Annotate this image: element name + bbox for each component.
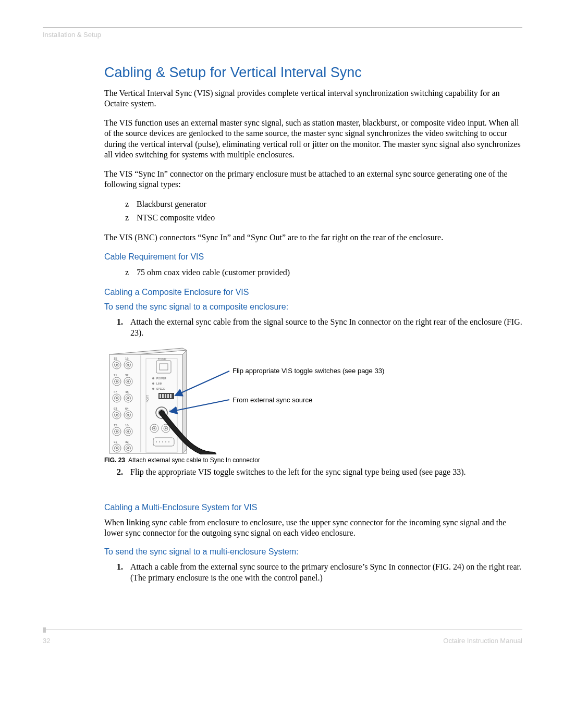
svg-point-10	[127, 364, 129, 366]
svg-rect-63	[160, 394, 161, 398]
bullet: z	[125, 212, 137, 224]
svg-point-85	[168, 441, 169, 442]
figure-caption-text: Attach external sync cable to Sync In co…	[128, 456, 260, 464]
svg-text:16: 16	[125, 424, 129, 427]
svg-text:TCP/IP: TCP/IP	[158, 357, 167, 361]
svg-point-46	[116, 447, 118, 449]
svg-point-60	[152, 388, 154, 390]
svg-text:LINK: LINK	[156, 382, 163, 385]
svg-point-14	[116, 380, 118, 382]
svg-rect-67	[170, 394, 172, 398]
step-text: Attach the external sync cable from the …	[130, 317, 522, 339]
composite-step-2: 2. Flip the appropriate VIS toggle switc…	[117, 467, 522, 478]
heading-multi-task: To send the sync signal to a multi-enclo…	[104, 547, 522, 557]
figure-caption: FIG. 23 Attach external sync cable to Sy…	[104, 456, 522, 464]
list-item: z Blackburst generator	[125, 199, 522, 210]
paragraph-multi: When linking sync cable from enclosure t…	[104, 517, 522, 539]
paragraph-bnc: The VIS (BNC) connectors “Sync In” and “…	[104, 232, 522, 243]
figure-label: FIG. 23	[104, 456, 125, 464]
step-number: 1.	[117, 317, 130, 339]
list-text: NTSC composite video	[137, 212, 215, 224]
step-row: 1. Attach a cable from the external sync…	[117, 562, 522, 584]
svg-text:31: 31	[114, 374, 117, 377]
svg-point-6	[116, 364, 118, 366]
svg-text:63: 63	[114, 407, 117, 410]
paragraph-sync-in: The VIS “Sync In” connector on the prima…	[104, 169, 522, 190]
paragraph-intro-1: The Vertical Interval Sync (VIS) signal …	[104, 88, 522, 109]
svg-rect-64	[162, 394, 164, 398]
step-text: Attach a cable from the external sync so…	[130, 562, 522, 584]
heading-composite: Cabling a Composite Enclosure for VIS	[104, 288, 522, 297]
svg-text:SPEED: SPEED	[156, 387, 165, 390]
step-text: Flip the appropriate VIS toggle switches…	[130, 467, 466, 478]
multi-steps: 1. Attach a cable from the external sync…	[117, 562, 522, 584]
list-item: z NTSC composite video	[125, 212, 522, 224]
enclosure-diagram: 15 16 31 32 47	[104, 345, 438, 454]
svg-text:16: 16	[125, 357, 129, 360]
svg-rect-65	[165, 394, 166, 398]
svg-text:32: 32	[125, 440, 129, 443]
svg-point-42	[127, 430, 129, 433]
svg-text:POWER: POWER	[156, 377, 166, 380]
svg-text:47: 47	[114, 390, 117, 393]
svg-point-75	[153, 427, 155, 429]
svg-point-18	[127, 380, 129, 382]
svg-point-78	[165, 427, 167, 429]
step-row: 1. Attach the external sync cable from t…	[117, 317, 522, 339]
svg-text:15: 15	[114, 357, 117, 360]
svg-text:PORT: PORT	[146, 395, 149, 402]
list-text: 75 ohm coax video cable (customer provid…	[137, 267, 290, 278]
page-title: Cabling & Setup for Vertical Interval Sy…	[104, 65, 522, 81]
svg-rect-66	[167, 394, 169, 398]
svg-text:31: 31	[114, 440, 117, 443]
svg-point-30	[116, 414, 118, 416]
footer: 32 Octaire Instruction Manual	[43, 618, 522, 645]
heading-multi: Cabling a Multi-Enclosure System for VIS	[104, 503, 522, 512]
svg-point-22	[116, 397, 118, 399]
step-number: 2.	[117, 467, 130, 478]
bullet: z	[125, 267, 137, 278]
svg-point-83	[162, 441, 163, 442]
svg-text:32: 32	[125, 374, 129, 377]
svg-point-82	[159, 441, 160, 442]
heading-cable-requirement: Cable Requirement for VIS	[104, 252, 522, 262]
figure-23: 15 16 31 32 47	[104, 345, 522, 464]
step-row: 2. Flip the appropriate VIS toggle switc…	[117, 467, 522, 478]
heading-composite-task: To send the sync signal to a composite e…	[104, 302, 522, 312]
svg-text:15: 15	[114, 424, 117, 427]
svg-point-84	[165, 441, 166, 442]
paragraph-intro-2: The VIS function uses an external master…	[104, 118, 522, 161]
bullet: z	[125, 199, 137, 210]
svg-point-26	[127, 397, 129, 399]
cable-req-list: z 75 ohm coax video cable (customer prov…	[125, 267, 522, 278]
svg-point-56	[152, 377, 154, 379]
svg-point-81	[156, 441, 157, 442]
svg-rect-1	[109, 354, 187, 453]
svg-text:64: 64	[125, 407, 129, 410]
document-title: Octaire Instruction Manual	[443, 637, 522, 645]
svg-point-50	[127, 447, 129, 449]
svg-point-38	[116, 430, 118, 433]
svg-text:48: 48	[125, 390, 129, 393]
svg-point-34	[127, 414, 129, 416]
svg-text:Flip appropriate VIS toggle sw: Flip appropriate VIS toggle switches (se…	[232, 367, 384, 375]
step-number: 1.	[117, 562, 130, 584]
signal-types-list: z Blackburst generator z NTSC composite …	[125, 199, 522, 224]
composite-steps: 1. Attach the external sync cable from t…	[117, 317, 522, 339]
svg-text:From external sync source: From external sync source	[232, 396, 312, 404]
page-number: 32	[43, 637, 50, 645]
svg-point-58	[152, 382, 154, 385]
list-text: Blackburst generator	[137, 199, 206, 210]
breadcrumb: Installation & Setup	[43, 31, 522, 39]
list-item: z 75 ohm coax video cable (customer prov…	[125, 267, 522, 278]
